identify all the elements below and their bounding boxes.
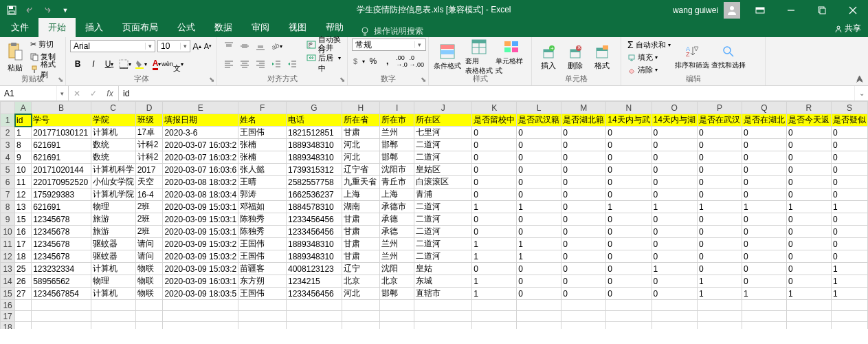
cell[interactable] [380, 300, 414, 311]
select-all-corner[interactable] [1, 102, 15, 114]
cell[interactable]: 0 [697, 176, 742, 189]
cell[interactable]: 0 [561, 139, 606, 151]
maximize-icon[interactable] [806, 0, 837, 20]
cell[interactable]: 17卓 [135, 127, 163, 139]
border-icon[interactable]: ▾ [118, 56, 133, 72]
align-center-icon[interactable] [237, 56, 252, 72]
cell[interactable] [15, 311, 32, 322]
cell[interactable]: 0 [742, 151, 786, 164]
grow-font-icon[interactable]: A▴ [192, 39, 201, 54]
cell[interactable]: 0 [652, 238, 697, 250]
cell[interactable]: 0 [472, 164, 517, 176]
cell[interactable]: 0 [831, 151, 867, 164]
cell[interactable]: 0 [606, 275, 652, 288]
cell[interactable] [287, 300, 342, 311]
cell[interactable]: 0 [742, 176, 786, 189]
cell[interactable]: 0 [561, 275, 606, 288]
cell[interactable] [342, 322, 379, 330]
cell[interactable] [561, 311, 606, 322]
cell[interactable]: 0 [561, 201, 606, 213]
cell[interactable]: 邯郸 [380, 151, 414, 164]
cell[interactable]: 1 [831, 288, 867, 300]
insert-cells-button[interactable]: +插入 [536, 39, 561, 76]
cell[interactable]: 26 [15, 275, 32, 288]
cell[interactable]: 0 [652, 139, 697, 151]
cell[interactable]: 621691 [32, 151, 91, 164]
format-table-button[interactable]: 套用 表格格式 [464, 39, 493, 76]
cell[interactable]: 0 [786, 164, 831, 176]
cancel-formula-icon[interactable]: ✕ [69, 89, 85, 98]
cell[interactable]: 0 [517, 139, 561, 151]
cell[interactable]: 2班 [135, 201, 163, 213]
expand-formula-icon[interactable]: ⌄ [854, 86, 868, 100]
cell[interactable]: 请问 [135, 250, 163, 263]
cell[interactable]: 东方朔 [238, 275, 287, 288]
cell[interactable]: 承德市 [380, 201, 414, 213]
cell[interactable]: 1 [831, 275, 867, 288]
cell[interactable]: 上海 [380, 189, 414, 201]
cell[interactable]: 0 [742, 189, 786, 201]
row-header[interactable]: 5 [1, 164, 15, 176]
name-box-input[interactable] [0, 86, 56, 100]
ribbon-display-icon[interactable] [744, 0, 775, 20]
cell[interactable]: 0 [742, 139, 786, 151]
bold-icon[interactable]: B [70, 56, 85, 72]
close-icon[interactable] [837, 0, 868, 20]
cell[interactable] [742, 300, 786, 311]
chevron-down-icon[interactable]: ▾ [145, 43, 155, 50]
cell[interactable]: 0 [472, 176, 517, 189]
cell[interactable]: 青丘市 [380, 176, 414, 189]
cell[interactable] [287, 322, 342, 330]
row-header[interactable]: 9 [1, 213, 15, 226]
cell[interactable]: 陈独秀 [238, 226, 287, 238]
cell[interactable]: 1 [472, 250, 517, 263]
cell[interactable]: 20171020144 [32, 164, 91, 176]
share-button[interactable]: 共享 [834, 23, 861, 34]
tab-insert[interactable]: 插入 [76, 18, 113, 37]
cell[interactable]: 0 [606, 151, 652, 164]
cell[interactable]: 二道河 [414, 238, 472, 250]
cell[interactable]: 兰州 [380, 127, 414, 139]
cell[interactable]: 201771030121 [32, 127, 91, 139]
redo-icon[interactable] [40, 3, 55, 18]
cell[interactable]: 0 [742, 164, 786, 176]
cell[interactable]: 皇姑 [414, 263, 472, 275]
format-cells-button[interactable]: 格式 [590, 39, 614, 76]
column-header[interactable]: A [15, 102, 32, 114]
cell[interactable]: 1 [517, 238, 561, 250]
cell[interactable] [517, 300, 561, 311]
cell[interactable]: 青浦 [414, 189, 472, 201]
cell[interactable]: 甘肃 [342, 250, 379, 263]
conditional-format-button[interactable]: 条件格式 [433, 39, 462, 76]
cell[interactable]: 二道河 [414, 226, 472, 238]
column-header[interactable]: G [287, 102, 342, 114]
cell[interactable]: 河北 [342, 151, 379, 164]
cell[interactable] [831, 300, 867, 311]
cell-styles-button[interactable]: 单元格样式 [496, 39, 527, 76]
column-header[interactable]: I [380, 102, 414, 114]
cell[interactable]: 河北 [342, 139, 379, 151]
cell[interactable]: 是否今天返 [786, 114, 831, 127]
cell[interactable]: 1 [517, 201, 561, 213]
cell[interactable] [91, 300, 135, 311]
cell[interactable]: 物联 [135, 263, 163, 275]
cell[interactable]: 0 [561, 263, 606, 275]
cell[interactable]: 旅游 [91, 213, 135, 226]
cell[interactable] [380, 311, 414, 322]
cell[interactable]: 数统 [91, 151, 135, 164]
cell[interactable]: 0 [697, 226, 742, 238]
column-header[interactable]: P [697, 102, 742, 114]
cell[interactable]: 0 [786, 238, 831, 250]
row-header[interactable]: 18 [1, 322, 15, 330]
cell[interactable]: 二道河 [414, 151, 472, 164]
cell[interactable]: 承德 [380, 213, 414, 226]
cell[interactable]: 58956562 [32, 275, 91, 288]
cell[interactable]: 2020-03-09 15:03:2 [163, 250, 238, 263]
tell-me-search[interactable]: 操作说明搜索 [353, 25, 430, 37]
cell[interactable]: 1662536237 [287, 189, 342, 201]
cell[interactable]: 0 [742, 250, 786, 263]
cell[interactable]: 二道河 [414, 213, 472, 226]
cell[interactable]: 0 [786, 213, 831, 226]
cell[interactable]: 2020-03-09 15:03:1 [163, 201, 238, 213]
cell[interactable]: 上海 [342, 189, 379, 201]
